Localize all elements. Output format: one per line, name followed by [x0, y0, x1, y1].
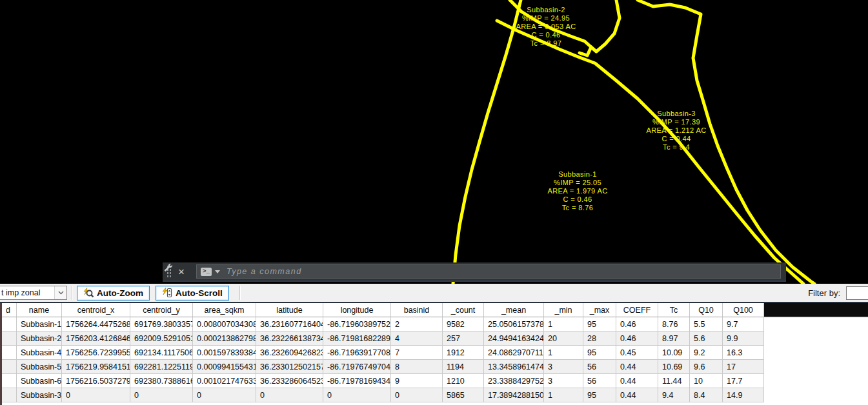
cell-longitude[interactable]: -86.7197816943427	[323, 374, 391, 388]
cell-COEFF[interactable]: 0.44	[616, 360, 658, 374]
cell-_max[interactable]: 56	[583, 360, 616, 374]
cell-d[interactable]	[0, 374, 17, 388]
cell-centroid_x[interactable]: 1756256.72399558	[62, 346, 130, 360]
cell-basinid[interactable]: 8	[391, 360, 443, 374]
cell-Q100[interactable]: 9.7	[723, 317, 764, 331]
cell-centroid_y[interactable]: 0	[130, 388, 193, 402]
filter-input[interactable]	[846, 286, 868, 300]
auto-scroll-button[interactable]: Auto-Scroll	[156, 286, 229, 301]
map-viewport[interactable]: Subbasin-2 %IMP = 24.95 AREA = 0.053 AC …	[0, 0, 868, 284]
table-row-Subbasin-4[interactable]: Subbasin-41756256.72399558692134.1117506…	[0, 346, 868, 360]
cell-Q100[interactable]: 17	[723, 360, 764, 374]
cell-COEFF[interactable]: 0.45	[616, 346, 658, 360]
cell-_max[interactable]: 28	[583, 331, 616, 346]
cell-name[interactable]: Subbasin-4	[17, 346, 62, 360]
cell-_mean[interactable]: 17.3894288150043	[484, 388, 544, 402]
cell-longitude[interactable]: 0	[323, 388, 391, 402]
cell-d[interactable]	[0, 360, 17, 374]
column-header-_mean[interactable]: _mean	[484, 303, 544, 317]
cell-_max[interactable]: 56	[583, 374, 616, 388]
cell-d[interactable]	[0, 346, 17, 360]
cell-_count[interactable]: 257	[443, 331, 484, 346]
cell-Q100[interactable]: 16.3	[723, 346, 764, 360]
cell-Tc[interactable]: 10.69	[658, 360, 690, 374]
column-header-_min[interactable]: _min	[544, 303, 583, 317]
cell-Q10[interactable]: 8.4	[690, 388, 723, 402]
column-header-latitude[interactable]: latitude	[256, 303, 323, 317]
cell-latitude[interactable]: 36.2330125021577	[256, 360, 323, 374]
cell-_count[interactable]: 1194	[443, 360, 484, 374]
cell-Q100[interactable]: 17.7	[723, 374, 764, 388]
cell-name[interactable]: Subbasin-2	[17, 331, 62, 346]
command-input[interactable]: >_ Type a command	[196, 264, 781, 279]
cell-basinid[interactable]: 2	[391, 317, 443, 331]
table-row-Subbasin-2[interactable]: Subbasin-21756203.41268462692009.5291051…	[0, 331, 868, 346]
cell-COEFF[interactable]: 0.46	[616, 317, 658, 331]
column-header-area_sqkm[interactable]: area_sqkm	[193, 303, 256, 317]
column-header-name[interactable]: name	[17, 303, 62, 317]
cell-area_sqkm[interactable]: 0.00159783938496	[193, 346, 256, 360]
cell-name[interactable]: Subbasin-1	[17, 317, 62, 331]
cell-area_sqkm[interactable]: 0	[193, 388, 256, 402]
cell-Tc[interactable]: 9.4	[658, 388, 690, 402]
cell-Q10[interactable]: 10	[690, 374, 723, 388]
column-header-basinid[interactable]: basinid	[391, 303, 443, 317]
cell-centroid_y[interactable]: 692281.122511915	[130, 360, 193, 374]
cell-latitude[interactable]: 36.2322661387349	[256, 331, 323, 346]
cell-area_sqkm[interactable]: 0.00800703430848	[193, 317, 256, 331]
cell-centroid_x[interactable]: 0	[62, 388, 130, 402]
cell-centroid_y[interactable]: 691769.380335782	[130, 317, 193, 331]
cell-basinid[interactable]: 4	[391, 331, 443, 346]
auto-zoom-button[interactable]: Auto-Zoom	[77, 286, 150, 301]
cell-latitude[interactable]: 0	[256, 388, 323, 402]
column-header-Tc[interactable]: Tc	[658, 303, 690, 317]
column-header-centroid_x[interactable]: centroid_x	[62, 303, 130, 317]
cell-latitude[interactable]: 36.2316077164044	[256, 317, 323, 331]
cell-Q10[interactable]: 9.2	[690, 346, 723, 360]
column-header-Q10[interactable]: Q10	[690, 303, 723, 317]
cell-centroid_x[interactable]: 1756264.44752689	[62, 317, 130, 331]
table-row-Subbasin-3[interactable]: Subbasin-3000000586517.38942881500431950…	[0, 388, 868, 402]
column-header-_max[interactable]: _max	[583, 303, 616, 317]
cell-_min[interactable]: 3	[544, 374, 583, 388]
cell-Tc[interactable]: 8.97	[658, 331, 690, 346]
cell-centroid_y[interactable]: 692009.529105126	[130, 331, 193, 346]
command-history-caret-icon[interactable]	[215, 270, 220, 273]
cell-centroid_y[interactable]: 692380.738861611	[130, 374, 193, 388]
cell-_count[interactable]: 1912	[443, 346, 484, 360]
cell-Q10[interactable]: 5.6	[690, 331, 723, 346]
cell-_count[interactable]: 5865	[443, 388, 484, 402]
cell-centroid_x[interactable]: 1756216.50372795	[62, 374, 130, 388]
cell-d[interactable]	[0, 331, 17, 346]
cell-centroid_y[interactable]: 692134.111750683	[130, 346, 193, 360]
cell-d[interactable]	[0, 388, 17, 402]
cell-_count[interactable]: 9582	[443, 317, 484, 331]
cell-Q100[interactable]: 9.9	[723, 331, 764, 346]
cell-_max[interactable]: 95	[583, 388, 616, 402]
column-header-COEFF[interactable]: COEFF	[616, 303, 658, 317]
cell-longitude[interactable]: -86.7196038975283	[323, 317, 391, 331]
cell-latitude[interactable]: 36.2326094268231	[256, 346, 323, 360]
cell-name[interactable]: Subbasin-5	[17, 360, 62, 374]
cell-_min[interactable]: 1	[544, 317, 583, 331]
table-row-Subbasin-1[interactable]: Subbasin-11756264.44752689691769.3803357…	[0, 317, 868, 331]
chevron-down-icon[interactable]	[54, 286, 66, 299]
cell-COEFF[interactable]: 0.44	[616, 374, 658, 388]
cell-latitude[interactable]: 36.2332860645238	[256, 374, 323, 388]
column-header-d[interactable]: d	[0, 303, 17, 317]
command-prompt-icon[interactable]: >_	[201, 268, 212, 276]
cell-longitude[interactable]: -86.7197674970436	[323, 360, 391, 374]
cell-_max[interactable]: 95	[583, 346, 616, 360]
cell-basinid[interactable]: 0	[391, 388, 443, 402]
cell-_count[interactable]: 1210	[443, 374, 484, 388]
cell-Tc[interactable]: 10.09	[658, 346, 690, 360]
cell-Tc[interactable]: 8.76	[658, 317, 690, 331]
table-row-Subbasin-5[interactable]: Subbasin-51756219.9584151692281.12251191…	[0, 360, 868, 374]
cell-longitude[interactable]: -86.719639177083	[323, 346, 391, 360]
cell-Q10[interactable]: 9.6	[690, 360, 723, 374]
column-header-_count[interactable]: _count	[443, 303, 484, 317]
cell-_max[interactable]: 95	[583, 317, 616, 331]
cell-_min[interactable]: 1	[544, 388, 583, 402]
cell-COEFF[interactable]: 0.44	[616, 388, 658, 402]
cell-centroid_x[interactable]: 1756219.9584151	[62, 360, 130, 374]
